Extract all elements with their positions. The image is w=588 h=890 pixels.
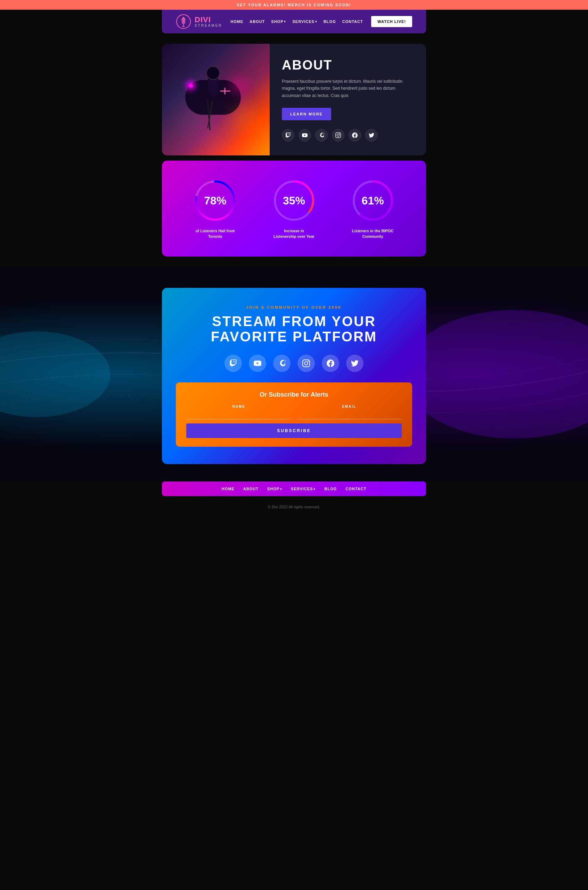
- watch-live-button[interactable]: WATCH LIVE!: [371, 16, 412, 27]
- main-content: ABOUT Praesent faucibus posuere turpis e…: [155, 33, 433, 267]
- site-header: DIVI STREAMER HOME ABOUT SHOP SERVICES B…: [162, 10, 426, 33]
- stream-social-icons: [176, 354, 412, 372]
- stat-item-3: 61% Listeners in the BIPOC Community: [350, 178, 396, 239]
- main-nav: HOME ABOUT SHOP SERVICES BLOG CONTACT: [230, 20, 363, 24]
- instagram-icon-stream[interactable]: [297, 354, 315, 372]
- nav-blog[interactable]: BLOG: [324, 20, 336, 24]
- footer-nav-about[interactable]: ABOUT: [243, 487, 258, 491]
- about-title: ABOUT: [282, 58, 414, 73]
- stream-main-container: JOIN A COMMUNITY OF OVER 200K STREAM FRO…: [155, 267, 433, 482]
- top-banner: SET YOUR ALARMS! MERCH IS COMING SOON!: [0, 0, 588, 10]
- about-description: Praesent faucibus posuere turpis et dict…: [282, 78, 414, 99]
- twitter-icon-stream[interactable]: [346, 354, 363, 372]
- stat-item-1: 78% of Listeners Hail from Toronto: [192, 178, 238, 239]
- name-label: NAME: [186, 405, 292, 408]
- about-image: [162, 44, 270, 155]
- stat-circle-3: 61%: [350, 178, 396, 223]
- twitch-icon-stream[interactable]: [225, 354, 242, 372]
- logo-icon: [176, 14, 191, 29]
- patreon-icon-about[interactable]: [315, 129, 328, 141]
- stream-title: STREAM FROM YOUR FAVORITE PLATFORM: [176, 314, 412, 344]
- patreon-icon-stream[interactable]: [273, 354, 291, 372]
- youtube-icon-about[interactable]: [298, 129, 311, 141]
- stat-label-3: Listeners in the BIPOC Community: [352, 228, 394, 239]
- banner-text: SET YOUR ALARMS! MERCH IS COMING SOON!: [237, 3, 351, 7]
- subscribe-button[interactable]: SUBSCRIBE: [186, 423, 402, 438]
- instagram-icon-about[interactable]: [332, 129, 344, 141]
- subscribe-fields: NAME EMAIL: [186, 405, 402, 419]
- footer-nav: HOME ABOUT SHOP SERVICES BLOG CONTACT: [162, 482, 426, 496]
- name-input[interactable]: [186, 410, 292, 419]
- footer-copyright: © Divi 2022 All rights reserved.: [0, 500, 588, 514]
- nav-services[interactable]: SERVICES: [292, 20, 317, 24]
- stat-label-2: Increase in Listenership over Year: [273, 228, 315, 239]
- email-label: EMAIL: [297, 405, 402, 408]
- logo-title: DIVI: [195, 16, 222, 24]
- stream-subtitle: JOIN A COMMUNITY OF OVER 200K: [176, 305, 412, 309]
- stat-label-1: of Listeners Hail from Toronto: [194, 228, 236, 239]
- nav-about[interactable]: ABOUT: [249, 20, 265, 24]
- about-social-icons: [282, 129, 414, 141]
- twitter-icon-about[interactable]: [365, 129, 378, 141]
- background-section: JOIN A COMMUNITY OF OVER 200K STREAM FRO…: [0, 267, 588, 482]
- email-field-container: EMAIL: [297, 405, 402, 419]
- stat-item-2: 35% Increase in Listenership over Year: [272, 178, 316, 239]
- nav-shop[interactable]: SHOP: [271, 20, 286, 24]
- name-field-container: NAME: [186, 405, 292, 419]
- copyright-text: © Divi 2022 All rights reserved.: [268, 505, 320, 509]
- about-content: ABOUT Praesent faucibus posuere turpis e…: [270, 44, 426, 155]
- twitch-icon-about[interactable]: [282, 129, 294, 141]
- stat-circle-2: 35%: [272, 178, 316, 223]
- about-section: ABOUT Praesent faucibus posuere turpis e…: [162, 44, 426, 155]
- stream-section: JOIN A COMMUNITY OF OVER 200K STREAM FRO…: [162, 288, 426, 464]
- logo-area: DIVI STREAMER: [176, 14, 222, 29]
- stat-value-1: 78%: [204, 194, 226, 207]
- subscribe-title: Or Subscribe for Alerts: [186, 391, 402, 398]
- nav-home[interactable]: HOME: [230, 20, 243, 24]
- facebook-icon-stream[interactable]: [322, 354, 339, 372]
- stat-value-3: 61%: [362, 194, 384, 207]
- learn-more-button[interactable]: LEARN MORE: [282, 108, 331, 120]
- subscribe-box: Or Subscribe for Alerts NAME EMAIL SUBSC…: [176, 383, 412, 447]
- youtube-icon-stream[interactable]: [249, 354, 266, 372]
- logo-text: DIVI STREAMER: [195, 16, 222, 27]
- email-input[interactable]: [297, 410, 402, 419]
- stat-value-2: 35%: [283, 194, 305, 207]
- svg-point-1: [182, 26, 185, 27]
- nav-contact[interactable]: CONTACT: [342, 20, 363, 24]
- logo-subtitle: STREAMER: [195, 24, 222, 27]
- stat-circle-1: 78%: [192, 178, 238, 223]
- facebook-icon-about[interactable]: [348, 129, 361, 141]
- footer-nav-shop[interactable]: SHOP: [267, 487, 282, 491]
- footer-nav-blog[interactable]: BLOG: [324, 487, 337, 491]
- footer-nav-contact[interactable]: CONTACT: [345, 487, 366, 491]
- stats-section: 78% of Listeners Hail from Toronto 35%: [162, 161, 426, 257]
- footer-nav-services[interactable]: SERVICES: [291, 487, 315, 491]
- footer-nav-home[interactable]: HOME: [222, 487, 235, 491]
